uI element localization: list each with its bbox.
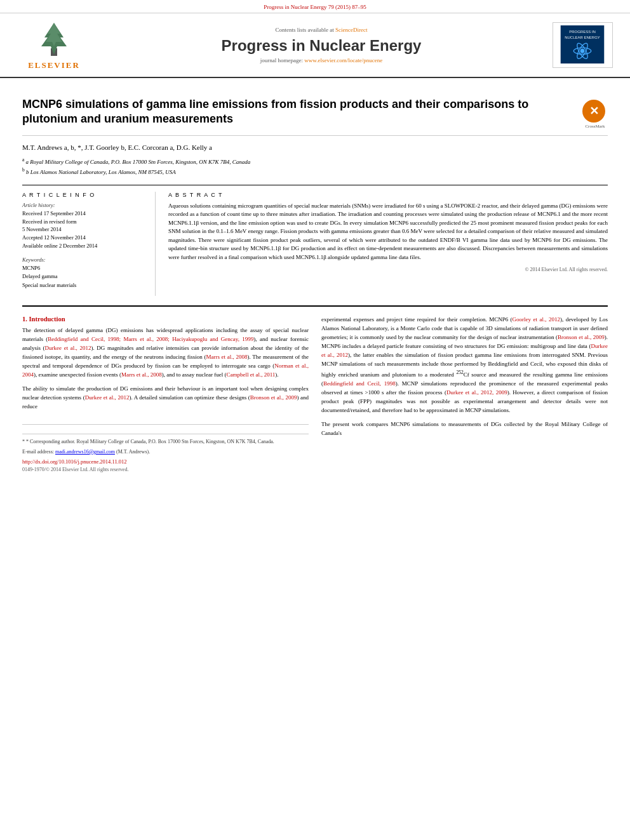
article-history: Article history: Received 17 September 2…	[22, 202, 145, 250]
journal-title-header: Progress in Nuclear Energy	[95, 37, 547, 55]
homepage-link[interactable]: www.elsevier.com/locate/pnucene	[304, 57, 382, 63]
crossmark-area: ✕ CrossMark	[582, 100, 608, 129]
journal-bar: Progress in Nuclear Energy 79 (2015) 87–…	[0, 0, 630, 13]
svg-text:PROGRESS IN: PROGRESS IN	[569, 30, 596, 34]
article-title: MCNP6 simulations of gamma line emission…	[22, 97, 576, 127]
journal-logo-area: PROGRESS IN NUCLEAR ENERGY	[547, 22, 617, 68]
received-date: Received 17 September 2014	[22, 210, 145, 218]
info-abstract-section: A R T I C L E I N F O Article history: R…	[22, 185, 608, 297]
footer-divider	[22, 434, 309, 434]
journal-header: ELSEVIER Contents lists available at Sci…	[0, 13, 630, 78]
abstract-panel: A B S T R A C T Aqueous solutions contai…	[168, 192, 608, 297]
cite-link-5[interactable]: Marrs et al., 2008	[121, 371, 162, 378]
article-info-panel: A R T I C L E I N F O Article history: R…	[22, 192, 156, 297]
affiliations: a a Royal Military College of Canada, P.…	[22, 156, 608, 177]
right-para1: experimental expenses and project time r…	[321, 316, 608, 415]
cite-link-8[interactable]: Bronson et al., 2009	[250, 394, 297, 401]
cite-link-11[interactable]: Durkee et al., 2012	[321, 343, 608, 358]
history-label: Article history:	[22, 202, 145, 208]
cite-link-3[interactable]: Marrs et al., 2008	[206, 354, 247, 360]
cite-link-10[interactable]: Bronson et al., 2009	[558, 334, 605, 340]
homepage-line: journal homepage: www.elsevier.com/locat…	[95, 57, 547, 63]
elsevier-tree-icon	[32, 20, 76, 58]
cite-link-1[interactable]: Beddingfield and Cecil, 1998; Marrs et a…	[48, 336, 253, 342]
keyword-3: Special nuclear materials	[22, 281, 145, 290]
svg-point-6	[580, 49, 585, 53]
available-date: Available online 2 December 2014	[22, 242, 145, 250]
body-right-col: experimental expenses and project time r…	[321, 316, 608, 475]
intro-para1: The detection of delayed gamma (DG) emis…	[22, 326, 309, 380]
cite-link-7[interactable]: Durkee et al., 2012	[85, 394, 130, 401]
elsevier-logo: ELSEVIER	[28, 20, 80, 70]
article-title-section: MCNP6 simulations of gamma line emission…	[22, 97, 608, 136]
email-note: E-mail address: madi.andrews16@gmail.com…	[22, 448, 309, 456]
right-para2: The present work compares MCNP6 simulati…	[321, 420, 608, 438]
intro-heading: 1. Introduction	[22, 316, 309, 323]
journal-citation: Progress in Nuclear Energy 79 (2015) 87–…	[264, 4, 366, 10]
keywords-list: MCNP6 Delayed gamma Special nuclear mate…	[22, 264, 145, 290]
keywords-label: Keywords:	[22, 257, 145, 263]
sciencedirect-line: Contents lists available at ScienceDirec…	[95, 27, 547, 33]
sciencedirect-link[interactable]: ScienceDirect	[335, 27, 367, 33]
authors-line: M.T. Andrews a, b, *, J.T. Goorley b, E.…	[22, 143, 608, 151]
authors-text: M.T. Andrews a, b, *, J.T. Goorley b, E.…	[22, 143, 212, 151]
affiliation-b: b b Los Alamos National Laboratory, Los …	[22, 166, 608, 177]
abstract-copyright: © 2014 Elsevier Ltd. All rights reserved…	[168, 267, 608, 272]
body-left-col: 1. Introduction The detection of delayed…	[22, 316, 309, 475]
svg-text:NUCLEAR ENERGY: NUCLEAR ENERGY	[565, 36, 600, 39]
cite-link-12[interactable]: Beddingfield and Cecil, 1998	[323, 380, 396, 387]
footer-copyright: 0149-1970/© 2014 Elsevier Ltd. All right…	[22, 467, 309, 472]
cite-link-9[interactable]: Goorley et al., 2012	[513, 316, 560, 323]
crossmark-label: CrossMark	[582, 124, 608, 129]
elsevier-branding: ELSEVIER	[13, 20, 95, 70]
doi-link[interactable]: http://dx.doi.org/10.1016/j.pnucene.2014…	[22, 458, 309, 465]
cite-link-6[interactable]: Campbell et al., 2011	[226, 371, 275, 378]
abstract-heading: A B S T R A C T	[168, 192, 608, 198]
keywords-section: Keywords: MCNP6 Delayed gamma Special nu…	[22, 257, 145, 290]
affiliation-a: a a Royal Military College of Canada, P.…	[22, 156, 608, 166]
cite-link-2[interactable]: Durkee et al., 2012	[45, 345, 91, 351]
keyword-1: MCNP6	[22, 264, 145, 273]
cite-link-13[interactable]: Durkee et al., 2012, 2009	[446, 389, 507, 396]
nuclear-logo-icon: PROGRESS IN NUCLEAR ENERGY	[560, 25, 605, 63]
intro-para2: The ability to simulate the production o…	[22, 385, 309, 411]
accepted-date: Accepted 12 November 2014	[22, 234, 145, 242]
body-content: 1. Introduction The detection of delayed…	[22, 305, 608, 475]
journal-logo-box: PROGRESS IN NUCLEAR ENERGY	[553, 22, 613, 68]
footer-area: * * Corresponding author. Royal Military…	[22, 424, 309, 476]
article-info-heading: A R T I C L E I N F O	[22, 192, 145, 198]
keyword-2: Delayed gamma	[22, 272, 145, 281]
revised-date: Received in revised form5 November 2014	[22, 218, 145, 234]
crossmark-icon[interactable]: ✕	[582, 100, 605, 123]
main-content: MCNP6 simulations of gamma line emission…	[0, 78, 630, 485]
abstract-text: Aqueous solutions containing microgram q…	[168, 202, 608, 262]
email-link[interactable]: madi.andrews16@gmail.com	[55, 449, 115, 455]
journal-title-area: Contents lists available at ScienceDirec…	[95, 27, 547, 63]
elsevier-label: ELSEVIER	[28, 60, 80, 70]
corresponding-author-note: * * Corresponding author. Royal Military…	[22, 438, 309, 446]
